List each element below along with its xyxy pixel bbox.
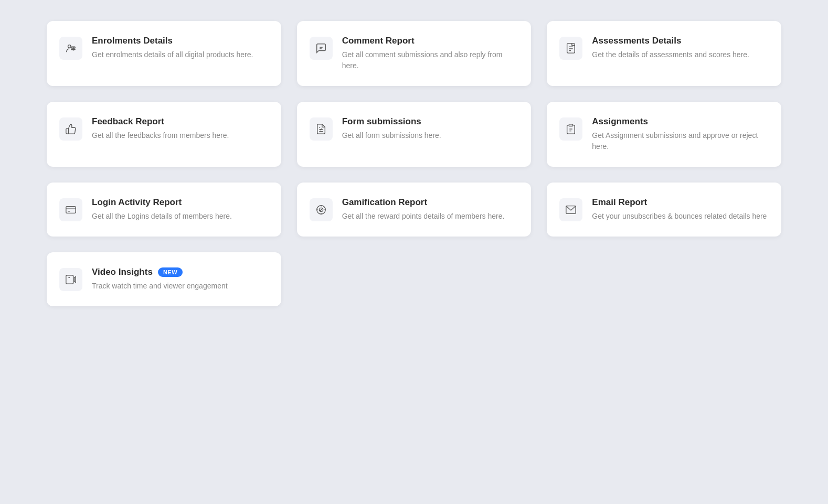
login-icon	[59, 198, 82, 221]
svg-marker-21	[74, 277, 76, 283]
card-title-login-activity-report: Login Activity Report	[92, 197, 269, 208]
video-icon	[59, 268, 82, 291]
card-description-login-activity-report: Get all the Logins details of members he…	[92, 211, 269, 222]
card-email-report[interactable]: Email ReportGet your unsubscribes & boun…	[547, 183, 781, 237]
card-assessments-details[interactable]: Assessments DetailsGet the details of as…	[547, 21, 781, 86]
card-description-email-report: Get your unsubscribes & bounces related …	[592, 211, 769, 222]
card-description-comment-report: Get all comment submissions and also rep…	[342, 49, 519, 71]
card-description-video-insights: Track watch time and viewer engagement	[92, 281, 269, 292]
card-content-enrolments-details: Enrolments DetailsGet enrolments details…	[92, 36, 269, 60]
card-title-feedback-report: Feedback Report	[92, 116, 269, 127]
card-description-assessments-details: Get the details of assessments and score…	[592, 49, 769, 60]
badge-new-video-insights: NEW	[158, 267, 183, 277]
card-assignments[interactable]: AssignmentsGet Assignment submissions an…	[547, 102, 781, 167]
card-title-video-insights: Video InsightsNEW	[92, 267, 269, 277]
svg-rect-20	[66, 275, 73, 284]
card-title-text-feedback-report: Feedback Report	[92, 116, 164, 127]
card-title-text-gamification-report: Gamification Report	[342, 197, 427, 208]
card-content-comment-report: Comment ReportGet all comment submission…	[342, 36, 519, 71]
comment-icon	[310, 37, 333, 60]
card-title-text-form-submissions: Form submissions	[342, 116, 421, 127]
card-title-text-assessments-details: Assessments Details	[592, 36, 681, 46]
card-title-gamification-report: Gamification Report	[342, 197, 519, 208]
enrolments-icon	[59, 37, 82, 60]
card-content-assignments: AssignmentsGet Assignment submissions an…	[592, 116, 769, 152]
card-content-email-report: Email ReportGet your unsubscribes & boun…	[592, 197, 769, 222]
card-title-text-enrolments-details: Enrolments Details	[92, 36, 173, 46]
card-enrolments-details[interactable]: Enrolments DetailsGet enrolments details…	[47, 21, 281, 86]
assessments-icon	[559, 37, 582, 60]
card-video-insights[interactable]: Video InsightsNEWTrack watch time and vi…	[47, 252, 281, 306]
card-comment-report[interactable]: Comment ReportGet all comment submission…	[297, 21, 532, 86]
card-title-assessments-details: Assessments Details	[592, 36, 769, 46]
card-title-text-login-activity-report: Login Activity Report	[92, 197, 182, 208]
svg-rect-11	[569, 124, 573, 126]
card-title-email-report: Email Report	[592, 197, 769, 208]
email-icon	[559, 198, 582, 221]
svg-rect-14	[66, 207, 76, 213]
card-content-assessments-details: Assessments DetailsGet the details of as…	[592, 36, 769, 60]
card-title-comment-report: Comment Report	[342, 36, 519, 46]
card-title-assignments: Assignments	[592, 116, 769, 127]
gamification-icon	[310, 198, 333, 221]
card-feedback-report[interactable]: Feedback ReportGet all the feedbacks fro…	[47, 102, 281, 167]
card-form-submissions[interactable]: Form submissionsGet all form submissions…	[297, 102, 532, 167]
form-icon	[310, 117, 333, 141]
card-description-gamification-report: Get all the reward points details of mem…	[342, 211, 519, 222]
svg-rect-5	[567, 44, 575, 53]
card-content-gamification-report: Gamification ReportGet all the reward po…	[342, 197, 519, 222]
card-content-video-insights: Video InsightsNEWTrack watch time and vi…	[92, 267, 269, 292]
card-login-activity-report[interactable]: Login Activity ReportGet all the Logins …	[47, 183, 281, 237]
assignments-icon	[559, 117, 582, 141]
card-description-assignments: Get Assignment submissions and approve o…	[592, 130, 769, 152]
cards-grid: Enrolments DetailsGet enrolments details…	[47, 21, 781, 306]
card-description-form-submissions: Get all form submissions here.	[342, 130, 519, 141]
card-gamification-report[interactable]: Gamification ReportGet all the reward po…	[297, 183, 532, 237]
card-description-enrolments-details: Get enrolments details of all digital pr…	[92, 49, 269, 60]
svg-point-0	[68, 45, 71, 48]
card-title-text-comment-report: Comment Report	[342, 36, 415, 46]
card-title-text-assignments: Assignments	[592, 116, 648, 127]
card-title-text-video-insights: Video Insights	[92, 267, 153, 277]
card-title-text-email-report: Email Report	[592, 197, 647, 208]
card-description-feedback-report: Get all the feedbacks from members here.	[92, 130, 269, 141]
card-content-form-submissions: Form submissionsGet all form submissions…	[342, 116, 519, 141]
card-title-enrolments-details: Enrolments Details	[92, 36, 269, 46]
feedback-icon	[59, 117, 82, 141]
card-content-login-activity-report: Login Activity ReportGet all the Logins …	[92, 197, 269, 222]
card-content-feedback-report: Feedback ReportGet all the feedbacks fro…	[92, 116, 269, 141]
card-title-form-submissions: Form submissions	[342, 116, 519, 127]
